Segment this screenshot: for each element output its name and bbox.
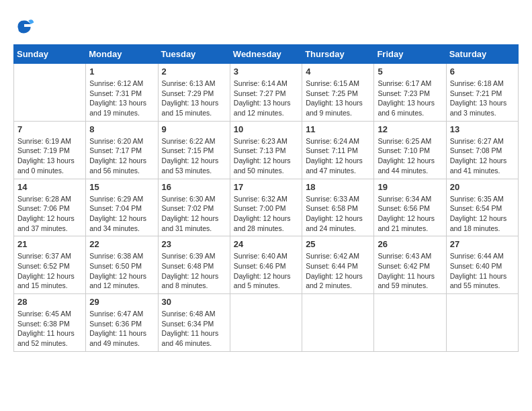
day-info: Sunrise: 6:20 AMSunset: 7:17 PMDaylight:… [89,136,154,176]
day-info: Sunrise: 6:32 AMSunset: 7:00 PMDaylight:… [234,194,298,234]
col-header-wednesday: Wednesday [230,45,302,64]
calendar-cell: 20Sunrise: 6:35 AMSunset: 6:54 PMDayligh… [446,179,518,236]
calendar-cell [14,64,86,122]
day-info: Sunrise: 6:25 AMSunset: 7:10 PMDaylight:… [378,136,442,176]
col-header-thursday: Thursday [302,45,374,64]
day-number: 6 [450,66,515,77]
day-info: Sunrise: 6:14 AMSunset: 7:27 PMDaylight:… [234,79,298,118]
calendar-cell: 10Sunrise: 6:23 AMSunset: 7:13 PMDayligh… [230,121,302,179]
calendar-cell: 28Sunrise: 6:45 AMSunset: 6:38 PMDayligh… [14,294,86,352]
calendar-week-0: 1Sunrise: 6:12 AMSunset: 7:31 PMDaylight… [14,64,519,122]
calendar-cell [446,294,518,352]
calendar-cell: 24Sunrise: 6:40 AMSunset: 6:46 PMDayligh… [230,236,302,294]
col-header-tuesday: Tuesday [158,45,230,64]
calendar-cell: 23Sunrise: 6:39 AMSunset: 6:48 PMDayligh… [158,236,230,294]
day-number: 9 [162,124,226,134]
day-info: Sunrise: 6:47 AMSunset: 6:36 PMDaylight:… [89,309,154,349]
calendar-cell: 16Sunrise: 6:30 AMSunset: 7:02 PMDayligh… [158,179,230,236]
calendar-cell: 2Sunrise: 6:13 AMSunset: 7:29 PMDaylight… [158,64,230,122]
calendar-week-2: 14Sunrise: 6:28 AMSunset: 7:06 PMDayligh… [14,179,519,236]
day-number: 22 [89,239,154,249]
calendar-cell [230,294,302,352]
calendar-cell: 11Sunrise: 6:24 AMSunset: 7:11 PMDayligh… [302,121,374,179]
calendar-cell: 19Sunrise: 6:34 AMSunset: 6:56 PMDayligh… [374,179,446,236]
day-info: Sunrise: 6:29 AMSunset: 7:04 PMDaylight:… [89,194,154,234]
day-info: Sunrise: 6:15 AMSunset: 7:25 PMDaylight:… [306,79,370,118]
day-info: Sunrise: 6:22 AMSunset: 7:15 PMDaylight:… [162,136,226,176]
calendar-cell: 13Sunrise: 6:27 AMSunset: 7:08 PMDayligh… [446,121,518,179]
calendar-cell: 6Sunrise: 6:18 AMSunset: 7:21 PMDaylight… [446,64,518,122]
day-info: Sunrise: 6:30 AMSunset: 7:02 PMDaylight:… [162,194,226,234]
day-number: 2 [162,66,226,77]
day-info: Sunrise: 6:23 AMSunset: 7:13 PMDaylight:… [234,136,298,176]
day-number: 19 [378,182,442,192]
day-number: 1 [89,66,154,77]
calendar-header-row: SundayMondayTuesdayWednesdayThursdayFrid… [14,45,519,64]
calendar-cell: 18Sunrise: 6:33 AMSunset: 6:58 PMDayligh… [302,179,374,236]
day-number: 8 [89,124,154,134]
day-number: 30 [162,297,226,307]
day-info: Sunrise: 6:37 AMSunset: 6:52 PMDaylight:… [17,251,82,291]
calendar-cell: 3Sunrise: 6:14 AMSunset: 7:27 PMDaylight… [230,64,302,122]
day-number: 29 [89,297,154,307]
day-number: 20 [450,182,515,192]
day-info: Sunrise: 6:19 AMSunset: 7:19 PMDaylight:… [17,136,82,176]
calendar-cell: 4Sunrise: 6:15 AMSunset: 7:25 PMDaylight… [302,64,374,122]
day-number: 26 [378,239,442,249]
calendar-cell: 26Sunrise: 6:43 AMSunset: 6:42 PMDayligh… [374,236,446,294]
header [13,13,519,38]
day-info: Sunrise: 6:44 AMSunset: 6:40 PMDaylight:… [450,251,515,291]
calendar-week-1: 7Sunrise: 6:19 AMSunset: 7:19 PMDaylight… [14,121,519,179]
day-info: Sunrise: 6:33 AMSunset: 6:58 PMDaylight:… [306,194,370,234]
day-number: 4 [306,66,370,77]
calendar-cell: 14Sunrise: 6:28 AMSunset: 7:06 PMDayligh… [14,179,86,236]
day-number: 3 [234,66,298,77]
day-number: 27 [450,239,515,249]
day-number: 25 [306,239,370,249]
calendar-cell: 25Sunrise: 6:42 AMSunset: 6:44 PMDayligh… [302,236,374,294]
day-number: 13 [450,124,515,134]
day-number: 7 [17,124,82,134]
calendar-week-4: 28Sunrise: 6:45 AMSunset: 6:38 PMDayligh… [14,294,519,352]
calendar-cell: 1Sunrise: 6:12 AMSunset: 7:31 PMDaylight… [86,64,158,122]
day-info: Sunrise: 6:13 AMSunset: 7:29 PMDaylight:… [162,79,226,118]
logo-icon [13,16,35,38]
col-header-sunday: Sunday [14,45,86,64]
day-info: Sunrise: 6:45 AMSunset: 6:38 PMDaylight:… [17,309,82,349]
day-number: 11 [306,124,370,134]
day-info: Sunrise: 6:48 AMSunset: 6:34 PMDaylight:… [162,309,226,349]
logo [13,16,38,38]
calendar-cell [302,294,374,352]
day-info: Sunrise: 6:35 AMSunset: 6:54 PMDaylight:… [450,194,515,234]
day-info: Sunrise: 6:39 AMSunset: 6:48 PMDaylight:… [162,251,226,291]
calendar-table: SundayMondayTuesdayWednesdayThursdayFrid… [13,44,519,352]
col-header-friday: Friday [374,45,446,64]
day-number: 5 [378,66,442,77]
day-number: 10 [234,124,298,134]
day-number: 24 [234,239,298,249]
page: SundayMondayTuesdayWednesdayThursdayFrid… [0,0,532,359]
day-number: 23 [162,239,226,249]
day-info: Sunrise: 6:27 AMSunset: 7:08 PMDaylight:… [450,136,515,176]
calendar-cell: 15Sunrise: 6:29 AMSunset: 7:04 PMDayligh… [86,179,158,236]
day-info: Sunrise: 6:18 AMSunset: 7:21 PMDaylight:… [450,79,515,118]
day-number: 16 [162,182,226,192]
day-number: 28 [17,297,82,307]
calendar-cell: 8Sunrise: 6:20 AMSunset: 7:17 PMDaylight… [86,121,158,179]
col-header-saturday: Saturday [446,45,518,64]
day-info: Sunrise: 6:12 AMSunset: 7:31 PMDaylight:… [89,79,154,118]
calendar-cell: 30Sunrise: 6:48 AMSunset: 6:34 PMDayligh… [158,294,230,352]
calendar-cell: 12Sunrise: 6:25 AMSunset: 7:10 PMDayligh… [374,121,446,179]
day-number: 18 [306,182,370,192]
col-header-monday: Monday [86,45,158,64]
day-number: 14 [17,182,82,192]
day-info: Sunrise: 6:43 AMSunset: 6:42 PMDaylight:… [378,251,442,291]
day-info: Sunrise: 6:24 AMSunset: 7:11 PMDaylight:… [306,136,370,176]
calendar-cell: 7Sunrise: 6:19 AMSunset: 7:19 PMDaylight… [14,121,86,179]
calendar-cell: 9Sunrise: 6:22 AMSunset: 7:15 PMDaylight… [158,121,230,179]
calendar-cell: 29Sunrise: 6:47 AMSunset: 6:36 PMDayligh… [86,294,158,352]
day-info: Sunrise: 6:17 AMSunset: 7:23 PMDaylight:… [378,79,442,118]
day-number: 15 [89,182,154,192]
calendar-cell: 21Sunrise: 6:37 AMSunset: 6:52 PMDayligh… [14,236,86,294]
day-info: Sunrise: 6:38 AMSunset: 6:50 PMDaylight:… [89,251,154,291]
